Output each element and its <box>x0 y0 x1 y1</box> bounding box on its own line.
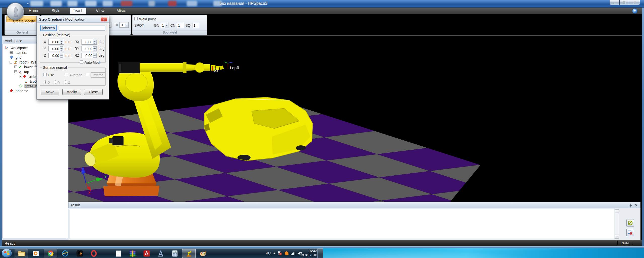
diamond-red-icon <box>23 75 27 78</box>
gn-label: GN= <box>154 23 161 27</box>
svg-text:8: 8 <box>175 251 176 253</box>
tree-expander[interactable] <box>14 70 17 73</box>
network-icon[interactable] <box>290 248 296 258</box>
glass-blob <box>67 1 77 6</box>
letter-a-app-taskbar-icon[interactable] <box>154 249 168 258</box>
tree-expander[interactable] <box>14 66 17 68</box>
hrspace-robot-taskbar-icon[interactable] <box>182 249 196 258</box>
unit-X: mm <box>65 40 71 44</box>
step-creation-dialog: Step Creation / Modification x job/step … <box>36 16 109 100</box>
spin-down[interactable] <box>60 55 63 58</box>
spin-up[interactable] <box>60 40 63 42</box>
paint-taskbar-icon[interactable] <box>196 249 210 258</box>
unit-RX: deg <box>99 40 104 44</box>
cn-field[interactable]: 1 <box>177 23 184 28</box>
unit-Y: mm <box>65 47 71 51</box>
opera-taskbar-icon[interactable] <box>87 249 101 258</box>
tab-home[interactable]: Home <box>26 8 42 14</box>
winrar-taskbar-icon[interactable] <box>126 249 139 258</box>
maximize-button[interactable] <box>619 0 629 5</box>
dialog-close-button[interactable]: x <box>101 17 107 21</box>
gn-combo[interactable]: 1 <box>161 23 169 28</box>
num-lock-indicator: NUM <box>617 241 633 245</box>
tree-expander[interactable] <box>10 61 12 63</box>
spin-down[interactable] <box>60 49 63 51</box>
avast-icon[interactable] <box>283 248 290 258</box>
pos-input-z[interactable]: 0.00 <box>48 53 64 58</box>
auto-mod-checkbox[interactable] <box>80 60 83 64</box>
viewport-3d[interactable]: Z Y X <box>68 36 640 202</box>
t-combo[interactable]: 0 <box>119 22 129 28</box>
show-desktop-button[interactable] <box>317 248 323 258</box>
inverse-checkbox[interactable] <box>86 73 89 76</box>
clock[interactable]: 16:43 13.01.2018 <box>301 248 316 258</box>
spin-down[interactable] <box>60 42 63 44</box>
sq-field[interactable]: 1 <box>192 23 199 28</box>
close-dialog-button[interactable]: Close <box>84 89 103 95</box>
start-button[interactable] <box>2 249 12 258</box>
notepad-taskbar-icon[interactable] <box>112 249 125 258</box>
quick-access-arrow[interactable]: ▾ <box>27 2 29 5</box>
capture-f-taskbar-icon[interactable]: f <box>73 249 87 258</box>
tab-teach[interactable]: Teach <box>70 8 86 14</box>
job-step-input[interactable] <box>59 25 105 31</box>
pos-input-rx[interactable]: 0.00 <box>82 39 97 45</box>
calculator-taskbar-icon[interactable]: 8 <box>168 249 182 258</box>
help-button[interactable]: ? <box>632 8 637 14</box>
application-orb-button[interactable] <box>7 3 24 20</box>
scroll-up-arrow[interactable] <box>615 209 619 213</box>
use-checkbox[interactable] <box>43 73 47 76</box>
radio-z[interactable] <box>64 80 67 84</box>
chrome-taskbar-icon[interactable] <box>44 249 57 258</box>
radio-x-label: X <box>48 80 50 84</box>
scroll-down-arrow[interactable] <box>615 235 619 239</box>
job-step-button[interactable]: job/step <box>40 25 57 31</box>
pin-icon[interactable] <box>628 203 633 207</box>
spin-down[interactable] <box>93 49 97 51</box>
average-checkbox[interactable] <box>65 73 68 76</box>
spin-up[interactable] <box>60 53 63 55</box>
spin-up[interactable] <box>93 40 97 42</box>
pos-input-ry[interactable]: 0.00 <box>82 46 97 51</box>
spin-down[interactable] <box>93 55 97 58</box>
radio-x[interactable] <box>44 80 47 84</box>
spin-up[interactable] <box>93 53 97 55</box>
inverse-button[interactable]: Inverse <box>91 72 105 78</box>
glass-blob <box>187 1 197 6</box>
tab-style[interactable]: Style <box>49 8 63 14</box>
result-scrollbar[interactable] <box>615 209 619 239</box>
radio-y[interactable] <box>54 80 57 84</box>
make-button[interactable]: Make <box>41 89 59 95</box>
tab-misc[interactable]: Misc. <box>114 8 128 14</box>
result-panel: result <box>68 202 640 240</box>
spin-up[interactable] <box>60 46 63 49</box>
close-button[interactable] <box>629 0 640 5</box>
clear-output-button[interactable] <box>626 229 634 236</box>
spin-down[interactable] <box>93 42 97 44</box>
group-label-spot-weld: Spot weld <box>133 30 207 35</box>
stop-output-button[interactable] <box>626 219 634 227</box>
s1-label: S1 <box>214 68 218 73</box>
tab-view[interactable]: View <box>93 8 107 14</box>
explorer-taskbar-icon[interactable] <box>15 249 28 258</box>
spin-up[interactable] <box>93 46 97 49</box>
adobe-reader-taskbar-icon[interactable] <box>140 249 153 258</box>
close-panel-icon[interactable] <box>634 203 638 207</box>
action-center-flag-icon[interactable] <box>277 248 283 258</box>
weld-point-checkbox[interactable] <box>134 17 138 20</box>
pos-input-x[interactable]: 0.00 <box>48 39 64 45</box>
window-border-right <box>642 8 644 246</box>
axis-x-label: X <box>88 190 91 195</box>
pos-input-rz[interactable]: 0.00 <box>82 53 97 58</box>
internet-explorer-taskbar-icon[interactable]: e <box>58 249 72 258</box>
modify-button[interactable]: Modify <box>62 89 81 95</box>
media-player-taskbar-icon[interactable] <box>29 249 43 258</box>
hidden-icons-arrow[interactable] <box>272 248 277 258</box>
pos-input-y[interactable]: 0.00 <box>48 46 64 51</box>
tree-expander[interactable] <box>19 75 22 78</box>
tree-item-label: tcp0 <box>29 79 37 83</box>
dialog-title: Step Creation / Modification <box>37 16 109 23</box>
pos-label-RZ: RZ <box>74 53 79 57</box>
language-indicator[interactable]: RU <box>265 248 272 258</box>
minimize-button[interactable] <box>610 0 619 5</box>
